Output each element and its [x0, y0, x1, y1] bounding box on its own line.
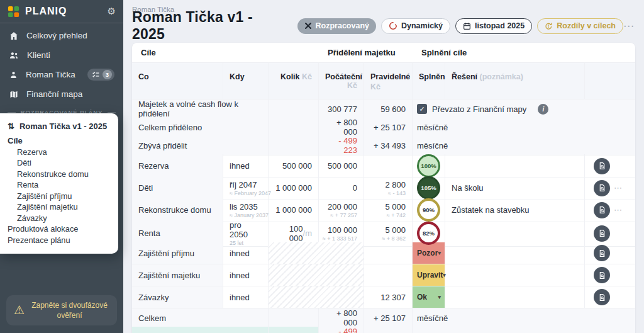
plan-item-rezerva[interactable]: Rezerva [0, 147, 118, 158]
sidebar-item-financial-map[interactable]: Finanční mapa [0, 84, 123, 104]
col-header-reseni: Řešení (poznámka) [445, 63, 585, 99]
goal-detail-button[interactable] [594, 202, 610, 218]
document-search-icon [598, 162, 606, 170]
fulfillment-badge: 105% [417, 176, 440, 200]
table-row-total-allocated: Celkem přiděleno + 800 000 + 25 107 měsí… [132, 118, 635, 136]
document-search-icon [598, 249, 606, 257]
table-row-rekonstrukce: Rekonstrukce domu lis 2035≈ January 2037… [132, 198, 635, 220]
checklist-icon [92, 71, 100, 79]
goals-table-card: Cíle Přidělení majetku Splnění cíle Co K… [132, 43, 635, 333]
goal-name: Závazky [132, 286, 223, 308]
initial-value: + 800 000 [319, 308, 364, 328]
title-row: Roman Tička v1 - 2025 Rozpracovaný Dynam… [132, 15, 635, 37]
goal-name: Zajištění majetku [132, 264, 223, 286]
status-chip-draft[interactable]: Rozpracovaný [297, 18, 376, 34]
not-applicable-cell [269, 286, 364, 308]
goal-differences-chip[interactable]: Rozdíly v cílech [537, 18, 623, 34]
page-title: Roman Tička v1 - 2025 [132, 9, 287, 43]
row-label: Zbývá přidělit [132, 136, 269, 155]
sidebar-item-client-roman[interactable]: Roman Tička 3 [0, 65, 123, 84]
goal-detail-button[interactable] [594, 158, 610, 174]
two-factor-warning-banner[interactable]: ⚠ Zapněte si dvoufázové ověření [6, 295, 117, 325]
dynamic-gauge-icon [389, 21, 397, 30]
table-row-renta: Renta pro 205025 let 100 000/m 100 000≈ … [132, 220, 635, 242]
status-dropdown-ok[interactable]: Ok▾ [413, 286, 445, 308]
period-note: měsíčně [413, 118, 635, 137]
sidebar: PLANIQ ⚙ Celkový přehled Klienti Roman T… [0, 0, 123, 333]
regular-value: + 25 107 [364, 308, 413, 328]
table-row-zajisteni-prijmu: Zajištění příjmu ihned Pozor▾ [132, 242, 635, 264]
goal-detail-button[interactable] [594, 225, 610, 242]
goal-when: ihned [223, 154, 269, 178]
type-chip-dynamic[interactable]: Dynamický [381, 18, 450, 34]
goal-detail-button[interactable] [594, 289, 610, 305]
calendar-icon [463, 22, 471, 30]
plan-section-goals[interactable]: Cíle [0, 135, 118, 147]
row-label: Celkem [132, 308, 269, 328]
col-header-pocatecni: Počáteční Kč [319, 63, 364, 99]
goal-name: Děti [132, 176, 223, 200]
plan-item-prezentace-planu[interactable]: Prezentace plánu [0, 235, 118, 246]
regular-value: 2 800≈ - 143 [364, 176, 413, 200]
goal-name: Rekonstrukce domu [132, 198, 223, 222]
app-logo-text: PLANIQ [25, 6, 67, 17]
prevzato-checkbox[interactable]: ✓ [417, 104, 427, 114]
plan-item-zajisteni-majetku[interactable]: Zajištění majetku [0, 202, 118, 213]
initial-value: - 499 223 [319, 327, 364, 333]
tools-icon [304, 22, 312, 30]
settings-gear-icon[interactable]: ⚙ [108, 6, 116, 17]
regular-value: 5 000≈ + 742 [364, 198, 413, 222]
sidebar-item-label: Celkový přehled [26, 31, 87, 40]
from-map-cell: ✓ Převzato z Finanční mapy i [413, 99, 635, 119]
goal-detail-button[interactable] [594, 180, 610, 196]
initial-value: 300 777 [319, 99, 364, 119]
goal-detail-button[interactable] [594, 245, 610, 261]
sidebar-item-overview[interactable]: Celkový přehled [0, 26, 123, 45]
goal-amount: 500 000 [269, 154, 319, 178]
period-note: měsíčně [413, 136, 635, 155]
initial-value: 200 000≈ + 77 257 [319, 198, 364, 222]
table-row-deti: Děti říj 2047≈ February 2047 1 000 000 0… [132, 176, 635, 198]
fulfillment-badge: 90% [417, 198, 440, 222]
initial-value: + 800 000 [319, 118, 364, 137]
plan-title-label: Roman Tička v1 - 2025 [19, 121, 107, 131]
plan-item-renta[interactable]: Renta [0, 180, 118, 191]
table-row-total: Celkem + 800 000 + 25 107 měsíčně [132, 308, 635, 327]
map-icon [9, 89, 19, 99]
plan-item-rekonstrukce[interactable]: Rekonstrukce domu [0, 169, 118, 180]
divider-line [8, 112, 16, 113]
row-label: Majetek a volné cash flow k přidělení [132, 99, 269, 119]
status-dropdown-upravit[interactable]: Upravit▾ [413, 264, 445, 286]
table-row-zavazky: Závazky ihned 12 307 Ok▾ [132, 286, 635, 308]
solution-note: Na školu [445, 176, 585, 200]
plan-item-zavazky[interactable]: Závazky [0, 213, 118, 224]
row-label: Zbývá přidělit [132, 327, 269, 333]
sidebar-item-label: Roman Tička [26, 70, 75, 79]
row-more-icon[interactable]: ⋯ [614, 205, 623, 215]
document-search-icon [598, 184, 606, 192]
goal-when: ihned [223, 286, 269, 308]
row-more-icon[interactable]: ⋯ [614, 183, 623, 193]
table-row-zajisteni-majetku: Zajištění majetku ihned Upravit▾ [132, 264, 635, 286]
chevron-down-icon: ▾ [438, 294, 441, 300]
goal-when: ihned [223, 264, 269, 286]
warning-triangle-icon: ⚠ [14, 304, 25, 316]
plan-item-deti[interactable]: Děti [0, 158, 118, 169]
plan-item-produktova-alokace[interactable]: Produktová alokace [0, 224, 118, 235]
sidebar-divider [0, 23, 123, 23]
more-options-icon[interactable]: ⋯ [623, 20, 635, 33]
sidebar-item-label: Klienti [27, 50, 50, 60]
plan-item-zajisteni-prijmu[interactable]: Zajištění příjmu [0, 191, 118, 202]
date-chip[interactable]: listopad 2025 [455, 18, 532, 34]
plan-title-item[interactable]: ⇅ Roman Tička v1 - 2025 [0, 119, 118, 135]
plans-count-badge[interactable]: 3 [87, 69, 114, 81]
warning-text: Zapněte si dvoufázové ověření [30, 300, 109, 320]
status-dropdown-pozor[interactable]: Pozor▾ [413, 242, 445, 264]
group-header-goals: Cíle [132, 43, 319, 63]
chevron-down-icon: ▾ [438, 250, 441, 256]
info-icon[interactable]: i [538, 104, 548, 115]
goal-detail-button[interactable] [594, 267, 610, 283]
period-note: měsíčně [413, 308, 635, 328]
goal-amount: 1 000 000 [269, 198, 319, 222]
sidebar-item-clients[interactable]: Klienti [0, 45, 123, 65]
